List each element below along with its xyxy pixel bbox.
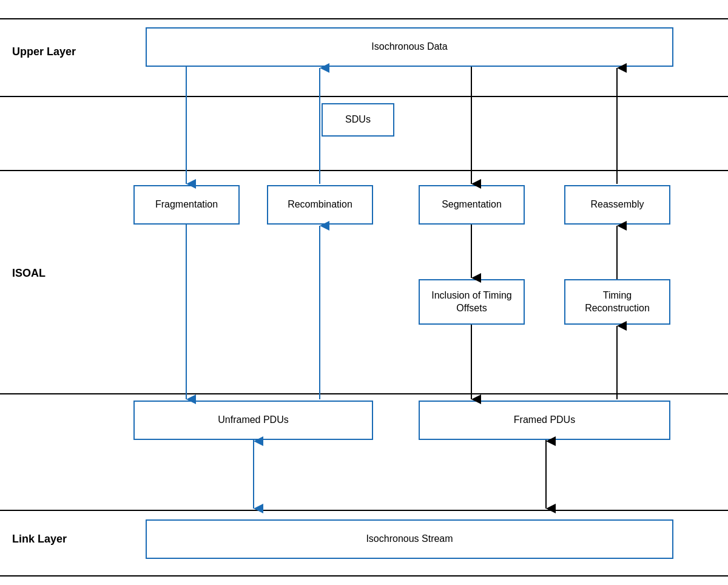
isoal-label: ISOAL <box>12 267 46 280</box>
upper-layer-label: Upper Layer <box>12 46 76 58</box>
recombination-box: Recombination <box>267 185 373 225</box>
unframed-pdus-box: Unframed PDUs <box>133 401 373 440</box>
segmentation-box: Segmentation <box>419 185 525 225</box>
link-layer-label: Link Layer <box>12 533 67 546</box>
isochronous-stream-box: Isochronous Stream <box>146 519 673 559</box>
sdus-box: SDUs <box>322 103 394 137</box>
inclusion-timing-box: Inclusion of Timing Offsets <box>419 279 525 325</box>
framed-pdus-box: Framed PDUs <box>419 401 670 440</box>
reassembly-box: Reassembly <box>564 185 670 225</box>
isochronous-data-box: Isochronous Data <box>146 27 673 67</box>
diagram-container: Upper Layer ISOAL Link Layer Isochronous… <box>0 0 728 585</box>
timing-reconstruction-box: Timing Reconstruction <box>564 279 670 325</box>
fragmentation-box: Fragmentation <box>133 185 240 225</box>
